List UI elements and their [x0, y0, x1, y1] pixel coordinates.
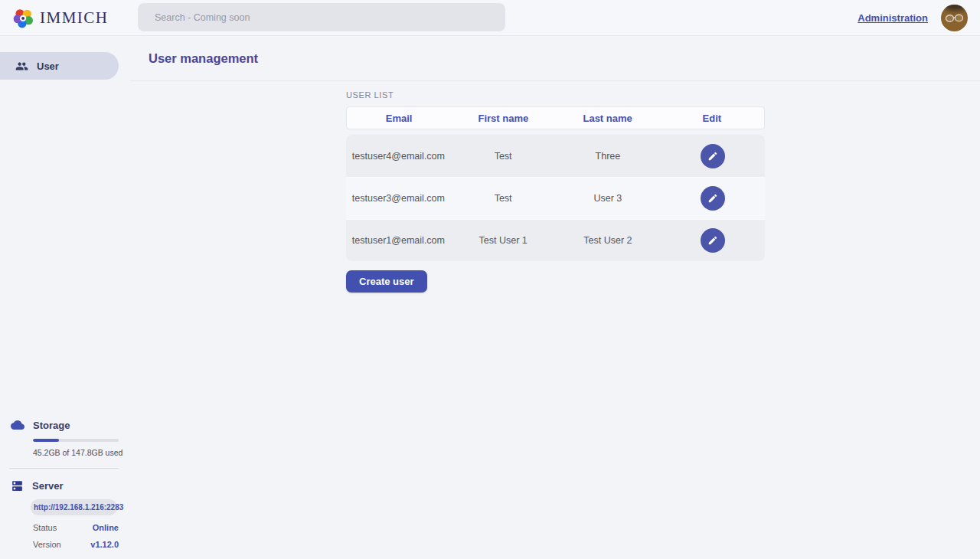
edit-user-button[interactable] — [701, 144, 725, 168]
server-section-header: Server — [11, 479, 130, 492]
table-row: testuser3@email.com Test User 3 — [346, 177, 765, 219]
server-version-row: Version v1.12.0 — [33, 540, 119, 549]
sidebar-item-user[interactable]: User — [0, 52, 119, 80]
users-group-icon — [15, 60, 28, 73]
table-header-row: Email First name Last name Edit — [346, 106, 765, 129]
glasses-icon — [945, 14, 965, 23]
cell-last-name: User 3 — [556, 193, 661, 204]
server-url-badge: http://192.168.1.216:2283 — [31, 499, 117, 515]
cell-email: testuser1@email.com — [346, 235, 451, 246]
server-status-row: Status Online — [33, 523, 119, 532]
storage-progress-fill — [33, 439, 59, 442]
sidebar-item-user-label: User — [37, 60, 59, 72]
storage-usage-text: 45.2GB of 147.8GB used — [33, 448, 130, 457]
cell-last-name: Test User 2 — [556, 235, 661, 246]
cell-first-name: Test — [451, 151, 556, 162]
cell-email: testuser3@email.com — [346, 193, 451, 204]
user-table: Email First name Last name Edit testuser… — [346, 106, 765, 261]
main-panel: User management USER LIST Email First na… — [130, 36, 980, 558]
column-header-email: Email — [347, 113, 451, 124]
user-avatar[interactable] — [941, 5, 968, 31]
page-title-bar: User management — [130, 36, 980, 81]
top-navbar: IMMICH Administration — [0, 0, 980, 36]
storage-progress-bar — [33, 439, 119, 442]
sidebar-footer: Storage 45.2GB of 147.8GB used Server ht… — [0, 418, 130, 558]
pencil-icon — [707, 193, 718, 204]
version-label: Version — [33, 540, 61, 549]
search-input[interactable] — [138, 3, 505, 31]
page-title: User management — [149, 51, 258, 66]
edit-user-button[interactable] — [701, 228, 725, 253]
status-value: Online — [93, 523, 119, 532]
server-label: Server — [32, 480, 63, 492]
column-header-edit: Edit — [660, 113, 764, 124]
administration-link[interactable]: Administration — [858, 12, 928, 24]
sidebar-divider — [9, 468, 119, 469]
table-body: testuser4@email.com Test Three — [346, 135, 765, 261]
cell-last-name: Three — [556, 151, 661, 162]
column-header-last-name: Last name — [556, 113, 660, 124]
status-label: Status — [33, 523, 57, 532]
cloud-icon — [11, 418, 24, 432]
storage-label: Storage — [33, 420, 70, 431]
storage-section-header: Storage — [11, 418, 130, 432]
pencil-icon — [707, 151, 718, 162]
cell-first-name: Test User 1 — [451, 235, 556, 246]
version-value: v1.12.0 — [90, 540, 119, 549]
table-row: testuser1@email.com Test User 1 Test Use… — [346, 219, 765, 261]
cell-email: testuser4@email.com — [346, 151, 451, 162]
create-user-button[interactable]: Create user — [346, 270, 427, 293]
user-list-section-label: USER LIST — [346, 90, 980, 100]
avatar-photo-shadow — [944, 5, 967, 11]
pencil-icon — [707, 235, 718, 246]
app-logo[interactable]: IMMICH — [12, 7, 109, 29]
column-header-first-name: First name — [451, 113, 555, 124]
cell-first-name: Test — [451, 193, 556, 204]
immich-flower-icon — [12, 7, 34, 29]
app-name: IMMICH — [40, 8, 109, 28]
table-row: testuser4@email.com Test Three — [346, 135, 765, 177]
server-icon — [11, 479, 24, 492]
edit-user-button[interactable] — [701, 186, 725, 211]
sidebar: User Storage 45.2GB of 147.8GB used — [0, 36, 130, 558]
